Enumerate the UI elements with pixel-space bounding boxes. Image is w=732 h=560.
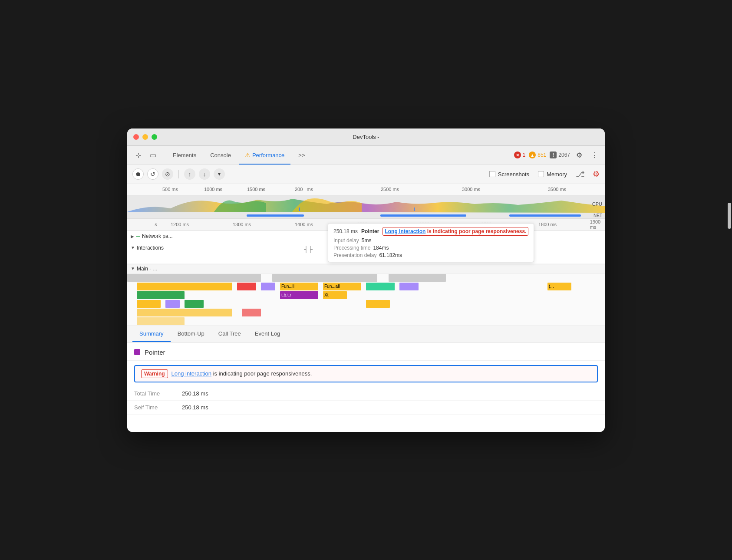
total-time-label: Total Time [134,390,182,397]
memory-option[interactable]: Memory [538,171,567,178]
warning-count-icon: ▲ [529,152,536,158]
tab-console[interactable]: Console [204,145,237,165]
warning-text: Long interaction is indicating poor page… [171,370,312,377]
fr4-4[interactable] [366,300,390,308]
flame-block-purple-2[interactable] [399,283,419,290]
time-label-2000: 2000 ms [295,187,313,192]
maximize-button[interactable] [152,134,157,140]
clear-button[interactable]: ⊘ [162,168,173,180]
network-label [136,236,140,237]
performance-settings-icon[interactable]: ⚙ [593,169,600,179]
flame-block-yellow-3[interactable]: Fun...all [323,283,361,290]
fr4-1[interactable] [137,300,161,308]
zoom-label-1200: 1200 ms [171,222,189,227]
tab-event-log[interactable]: Event Log [248,326,287,342]
toolbar-right: ✕ 1 ▲ 851 ! 2067 ⚙ ⋮ [514,149,600,161]
screenshots-checkbox[interactable] [489,171,495,177]
main-trace-content [194,264,601,273]
upload-button[interactable]: ↑ [184,168,195,180]
memory-checkbox[interactable] [538,171,544,177]
interaction-marker: ┤├ [304,246,313,253]
task-block-3 [389,274,446,282]
flame-block-green-2[interactable] [137,291,185,299]
zoom-label-1800: 1800 ms [538,222,557,227]
fr5-2[interactable] [242,309,261,316]
main-row-label: ▼ Main - ... [131,266,191,272]
net-label: NET [594,213,602,218]
window-title: DevTools - [353,134,379,140]
fr6-1[interactable] [137,317,185,325]
warning-link[interactable]: Long interaction [171,370,212,377]
traffic-lights [133,134,157,140]
flame-block-red[interactable] [237,283,256,290]
flame-row-2: Fun...li Fun...all (... [127,283,605,290]
device-toolbar-icon[interactable]: ▭ [146,148,159,161]
flame-block-xt[interactable]: Xt [323,291,347,299]
flame-block-yellow-4[interactable]: (... [547,283,571,290]
tab-elements[interactable]: Elements [167,145,202,165]
warning-icon: ⚠ [245,152,251,158]
network-row-label: ▶ Network pa... [131,233,191,239]
expand-interactions-icon[interactable]: ▼ [131,245,135,250]
flame-block-purple-1[interactable] [261,283,275,290]
flame-block-yellow-2[interactable]: Fun...li [280,283,318,290]
time-label-1000: 1000 ms [204,187,222,192]
download-button[interactable]: ↓ [199,168,210,180]
flame-row-1 [127,274,605,282]
dropdown-button[interactable]: ▾ [214,168,225,180]
more-options-icon[interactable]: ⋮ [588,149,600,161]
tooltip-processing-value: 184ms [373,245,389,251]
zoom-label-1900: 1900 ms [590,219,600,230]
svg-rect-1 [299,208,300,211]
screenshots-option[interactable]: Screenshots [489,171,529,178]
tab-bottom-up[interactable]: Bottom-Up [171,326,211,342]
pointer-color-dot [134,349,140,355]
tooltip-presentation-value: 61.182ms [379,252,402,258]
title-bar: DevTools - [127,128,605,146]
refresh-record-button[interactable]: ↺ [147,168,158,180]
info-badge: ! 2067 [550,152,570,158]
close-button[interactable] [133,134,139,140]
flame-block-purple-3[interactable]: t.b.t.r [280,291,318,299]
tooltip-input-delay-value: 5ms [362,237,372,244]
fr4-3[interactable] [185,300,204,308]
selector-tool-icon[interactable]: ⊹ [132,148,145,161]
flame-block-green[interactable] [366,283,395,290]
minimize-button[interactable] [142,134,148,140]
time-label-3000: 3000 ms [462,187,480,192]
zoom-label-1400: 1400 ms [295,222,313,227]
tooltip-input-delay-label: Input delay [333,237,359,244]
flame-row-5 [127,309,605,316]
tab-more[interactable]: >> [292,145,311,165]
tooltip-processing-label: Processing time [333,245,370,251]
record-toolbar: ⏺ ↺ ⊘ ↑ ↓ ▾ Screenshots Memory ⎇ ⚙ [127,165,605,184]
flame-block-yellow-1[interactable] [137,283,232,290]
tab-summary[interactable]: Summary [132,326,171,342]
tooltip-input-delay: Input delay 5ms [333,237,528,244]
settings-icon[interactable]: ⚙ [574,149,585,161]
fr5-1[interactable] [137,309,232,316]
expand-network-icon[interactable]: ▶ [131,234,134,239]
summary-warning-box: Warning Long interaction is indicating p… [134,365,598,382]
flame-chart: Fun...li Fun...all (... t.b.t.r Xt [127,273,605,326]
net-segment-2 [380,214,466,217]
tab-performance[interactable]: ⚠ Performance [239,145,290,165]
total-time-row: Total Time 250.18 ms [127,387,605,401]
tooltip-warning: Long interaction is indicating poor page… [382,227,528,236]
bottom-tabs: Summary Bottom-Up Call Tree Event Log [127,326,605,343]
expand-main-icon[interactable]: ▼ [131,266,135,271]
tooltip-warning-link[interactable]: Long interaction [385,228,425,234]
network-text: Network pa... [142,233,173,239]
memory-icon[interactable]: ⎇ [576,169,585,179]
total-time-value: 250.18 ms [182,390,208,397]
devtools-window: DevTools - ⊹ ▭ Elements Console ⚠ Perfor… [127,128,605,432]
cpu-chart: CPU [127,195,605,213]
summary-panel: Pointer Warning Long interaction is indi… [127,343,605,432]
tooltip-presentation-label: Presentation delay [333,252,376,258]
tab-call-tree[interactable]: Call Tree [211,326,248,342]
tooltip-title: 250.18 ms Pointer Long interaction is in… [333,227,528,236]
fr4-2[interactable] [165,300,180,308]
main-text: Main - [137,266,151,272]
flame-row-6 [127,317,605,325]
record-button[interactable]: ⏺ [132,168,144,180]
